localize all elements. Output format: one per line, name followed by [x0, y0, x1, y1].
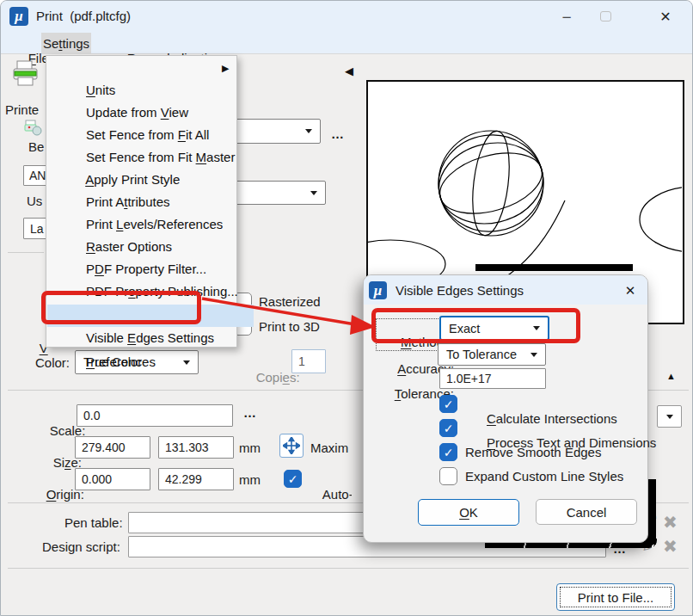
remove-smooth-edges-label: Remove Smooth Edges	[465, 445, 601, 459]
driver-browse-button[interactable]: …	[331, 126, 345, 141]
chevron-down-icon	[310, 191, 317, 195]
copies-input[interactable]: 1	[291, 349, 326, 373]
menu-item-apply-print-style[interactable]: Apply Print Style	[47, 146, 254, 169]
submenu-arrow-icon: ▶	[222, 57, 229, 79]
menu-settings[interactable]: Settings	[41, 33, 91, 53]
origin-unit-label: mm	[239, 472, 261, 487]
expand-custom-line-styles-checkbox[interactable]	[439, 467, 457, 485]
menu-item-update-from-view[interactable]: Update from View	[47, 79, 254, 102]
origin-y-input[interactable]: 42.299	[158, 468, 234, 490]
chevron-down-icon	[666, 415, 673, 419]
ves-ok-button[interactable]: OK	[418, 499, 519, 526]
chevron-down-icon	[305, 129, 312, 133]
menu-item-print-attributes[interactable]: Print Attributes	[47, 169, 254, 191]
size-width-input[interactable]: 279.400	[75, 436, 150, 459]
remove-smooth-edges-checkbox[interactable]	[439, 443, 457, 461]
chevron-down-icon	[183, 360, 190, 365]
printer-icon	[11, 59, 40, 88]
rasterized-label: Rasterized	[259, 294, 321, 309]
orientation-dropdown-fragment[interactable]: La	[23, 218, 46, 239]
collapse-preview-icon[interactable]: ◀	[345, 65, 353, 77]
microstation-logo-icon: µ	[369, 281, 387, 299]
menu-bar	[1, 32, 692, 54]
maximize-label-fragment: Maxim	[310, 440, 352, 455]
pen-table-detach-icon[interactable]: ✖	[663, 512, 678, 533]
menu-item-set-fence-fit-master[interactable]: Set Fence from Fit Master	[47, 124, 254, 146]
hidden-dropdown-fragment[interactable]	[657, 405, 682, 428]
menu-item-set-fence-fit-all[interactable]: Set Fence from Fit All	[47, 102, 254, 124]
ves-accuracy-dropdown[interactable]: To Tolerance	[438, 343, 546, 366]
microstation-logo-icon: µ	[9, 7, 28, 26]
window-title: Print (pdf.pltcfg)	[36, 9, 131, 23]
calculate-intersections-checkbox[interactable]	[439, 395, 457, 413]
design-script-label: Design script:	[42, 539, 120, 554]
four-arrows-icon	[283, 437, 300, 454]
design-script-detach-icon[interactable]: ✖	[663, 536, 678, 557]
maximize-size-button[interactable]	[279, 434, 304, 458]
minimize-button[interactable]: ─	[547, 1, 586, 32]
menu-item-units[interactable]: Units ▶	[47, 57, 254, 79]
annotation-box-method	[371, 308, 580, 343]
menu-item-raster-options[interactable]: Raster Options	[47, 213, 254, 236]
process-text-dimensions-checkbox[interactable]	[439, 419, 457, 437]
print-dialog-window: µ Print (pdf.pltcfg) ─ ✕ File Settings R…	[0, 0, 693, 616]
menu-item-print-levels-references[interactable]: Print Levels/References	[47, 191, 254, 213]
annotation-box-menu-item	[41, 291, 201, 324]
scale-input[interactable]: 0.0	[77, 404, 233, 427]
size-unit-label: mm	[239, 440, 261, 455]
auto-center-label-fragment: Auto-c	[309, 472, 352, 502]
expand-custom-line-styles-label: Expand Custom Line Styles	[465, 469, 623, 484]
divider	[8, 568, 689, 569]
scale-browse-button[interactable]: …	[243, 405, 257, 420]
expand-section-icon[interactable]: ▲	[666, 371, 676, 381]
print-to-file-button[interactable]: Print to File...	[556, 583, 675, 611]
usable-area-fragment: Us	[27, 194, 42, 208]
ves-title: Visible Edges Settings	[396, 283, 524, 298]
printer-label-fragment: Printe	[5, 102, 39, 117]
menu-item-pdf-property-publishing[interactable]: PDF Property Publishing...	[47, 258, 254, 280]
origin-x-input[interactable]: 0.000	[75, 468, 150, 490]
bentley-driver-fragment: Be	[28, 139, 44, 154]
close-button[interactable]: ✕	[646, 1, 685, 32]
ves-close-button[interactable]: ✕	[618, 280, 642, 301]
maximize-button[interactable]	[600, 11, 611, 22]
menu-item-preferences[interactable]: Preferences	[47, 329, 254, 351]
size-height-input[interactable]: 131.303	[158, 436, 234, 459]
ves-tolerance-input[interactable]: 1.0E+17	[439, 368, 546, 389]
menu-item-pdf-property-filter[interactable]: PDF Property Filter...	[47, 236, 254, 258]
pen-table-label: Pen table:	[64, 515, 123, 530]
ves-cancel-button[interactable]: Cancel	[536, 499, 637, 525]
print-to-3d-label: Print to 3D	[259, 319, 320, 334]
paper-size-dropdown-fragment[interactable]: AN	[23, 165, 46, 186]
chevron-down-icon	[530, 353, 537, 357]
view-label-fragment: V	[25, 326, 48, 355]
auto-center-checkbox[interactable]	[284, 470, 302, 488]
printer-config-icon[interactable]	[24, 120, 42, 138]
divider	[8, 252, 44, 253]
